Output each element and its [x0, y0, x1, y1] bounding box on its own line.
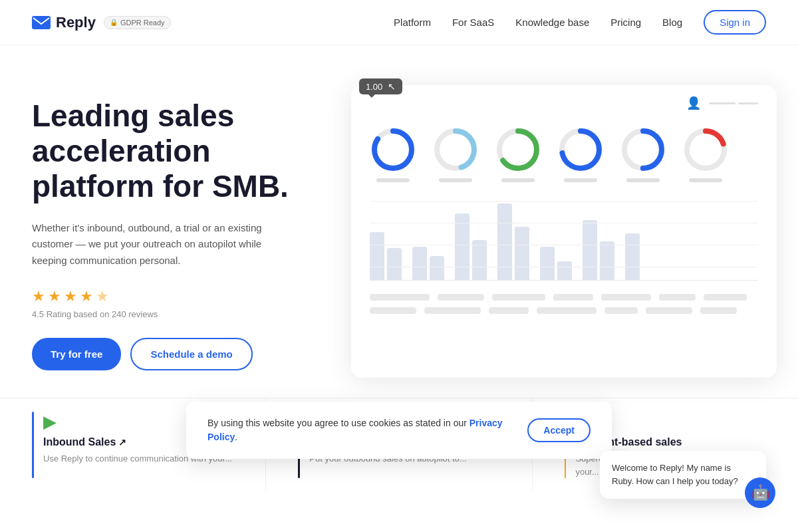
nav-left: Reply 🔒 GDPR Ready	[32, 14, 171, 31]
bar	[387, 248, 402, 280]
hero-content: Leading sales acceleration platform for …	[32, 85, 325, 370]
bar	[600, 241, 614, 280]
star-2: ★	[48, 288, 61, 305]
list-cell	[489, 307, 529, 314]
list-cell	[646, 307, 692, 314]
bar-chart-container	[370, 201, 758, 281]
donuts-row	[370, 106, 758, 182]
star-3: ★	[64, 288, 77, 305]
bar-group-6	[583, 220, 614, 280]
hero-description: Whether it's inbound, outbound, a trial …	[32, 220, 285, 269]
inbound-arrow: ↗	[118, 437, 126, 448]
list-cell	[604, 307, 638, 314]
signin-button[interactable]: Sign in	[704, 10, 766, 35]
donut-2	[432, 126, 479, 182]
gdpr-badge: 🔒 GDPR Ready	[104, 16, 171, 29]
bar-group-3	[455, 213, 487, 280]
donut-label-1	[376, 178, 410, 182]
tooltip-value: 1.00	[366, 82, 382, 92]
donut-svg-2	[432, 126, 479, 173]
logo-text: Reply	[56, 14, 96, 31]
logo-icon	[32, 16, 51, 29]
dashboard-card: 1.00 ↖ 👤	[351, 85, 777, 378]
svg-rect-0	[32, 16, 51, 29]
nav-pricing[interactable]: Pricing	[610, 17, 641, 28]
list-cell	[537, 307, 597, 314]
donut-svg-3	[495, 126, 541, 173]
tooltip-bubble: 1.00 ↖	[359, 78, 402, 94]
robot-icon: 🤖	[751, 484, 769, 501]
list-cell	[601, 294, 651, 301]
bar-group-1	[370, 232, 402, 280]
donut-svg-6	[682, 126, 729, 173]
navbar: Reply 🔒 GDPR Ready Platform For SaaS Kno…	[0, 0, 798, 45]
list-row-1	[370, 294, 758, 301]
bar	[430, 256, 444, 280]
list-cell	[704, 294, 747, 301]
nav-for-saas[interactable]: For SaaS	[452, 17, 494, 28]
star-4: ★	[80, 288, 93, 305]
dashboard-top-icons: 👤	[686, 96, 758, 110]
list-cell	[659, 294, 696, 301]
hero-title: Leading sales acceleration platform for …	[32, 98, 325, 204]
list-cell	[370, 307, 416, 314]
donut-svg-1	[370, 126, 416, 173]
donut-4	[557, 126, 604, 182]
list-cell	[424, 307, 481, 314]
hero-buttons: Try for free Schedule a demo	[32, 338, 325, 370]
cookie-banner: By using this website you agree to use c…	[186, 402, 612, 459]
nav-platform[interactable]: Platform	[394, 17, 431, 28]
feature-bar-inbound	[32, 412, 34, 478]
donut-svg-4	[557, 126, 604, 173]
nav-right: Platform For SaaS Knowledge base Pricing…	[394, 10, 766, 35]
list-cell	[553, 294, 593, 301]
try-free-button[interactable]: Try for free	[32, 338, 121, 370]
bar-group-7	[625, 233, 640, 280]
donut-label-4	[564, 178, 597, 182]
bar	[540, 247, 555, 280]
gdpr-label: GDPR Ready	[120, 19, 165, 27]
cookie-text: By using this website you agree to use c…	[207, 416, 511, 444]
bar-group-2	[412, 247, 444, 280]
lock-icon: 🔒	[110, 19, 118, 26]
hero-section: Leading sales acceleration platform for …	[0, 45, 798, 378]
star-1: ★	[32, 288, 45, 305]
donut-5	[620, 126, 666, 182]
list-row-2	[370, 307, 758, 314]
bar-group-4	[497, 203, 529, 280]
bar	[625, 233, 640, 280]
list-cell	[438, 294, 484, 301]
donut-1	[370, 126, 416, 182]
bars-row	[370, 201, 758, 281]
bar	[455, 213, 469, 280]
list-cell	[370, 294, 430, 301]
schedule-demo-button[interactable]: Schedule a demo	[130, 338, 252, 370]
bar	[412, 247, 427, 280]
donut-label-3	[501, 178, 535, 182]
chat-avatar[interactable]: 🤖	[745, 477, 775, 508]
list-cell	[492, 294, 545, 301]
rating-text: 4.5 Rating based on 240 reviews	[32, 309, 325, 319]
donut-label-6	[689, 178, 722, 182]
donut-label-2	[439, 178, 472, 182]
chat-message: Welcome to Reply! My name is Ruby. How c…	[612, 462, 754, 488]
bar	[515, 227, 529, 280]
list-cell	[700, 307, 737, 314]
person-icon: 👤	[686, 96, 701, 110]
nav-knowledge-base[interactable]: Knowledge base	[515, 17, 589, 28]
chat-widget: Welcome to Reply! My name is Ruby. How c…	[600, 451, 766, 499]
donut-3	[495, 126, 541, 182]
bar	[472, 240, 487, 280]
dash-lines	[709, 102, 758, 104]
list-rows	[370, 294, 758, 314]
hero-dashboard: 1.00 ↖ 👤	[351, 85, 777, 378]
bar	[583, 220, 597, 280]
nav-blog[interactable]: Blog	[662, 17, 682, 28]
bar	[370, 232, 384, 280]
bar	[557, 261, 572, 280]
accept-button[interactable]: Accept	[527, 418, 591, 442]
donut-6	[682, 126, 729, 182]
star-rating: ★ ★ ★ ★ ★	[32, 288, 325, 305]
donut-label-5	[626, 178, 660, 182]
logo[interactable]: Reply	[32, 14, 96, 31]
